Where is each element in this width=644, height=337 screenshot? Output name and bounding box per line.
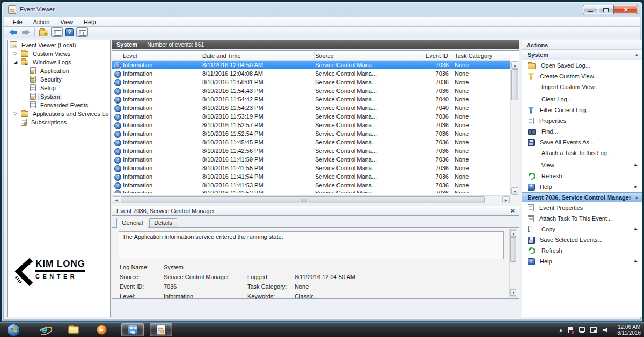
tree-item-subscriptions[interactable]: Subscriptions xyxy=(8,118,110,126)
scroll-up-icon[interactable]: ▲ xyxy=(511,61,518,69)
minimize-button[interactable] xyxy=(583,5,598,14)
action-refresh[interactable]: Refresh xyxy=(522,245,642,256)
action-properties[interactable]: Properties xyxy=(522,115,642,126)
table-row[interactable]: Information8/10/2016 11:41:59 PMService … xyxy=(112,155,510,164)
action-pane-icon[interactable] xyxy=(76,27,88,37)
action-create-custom-view[interactable]: Create Custom View... xyxy=(522,71,642,82)
preview-scroll-up-icon[interactable]: ▲ xyxy=(510,230,516,237)
column-header-task-category[interactable]: Task Category xyxy=(450,51,501,60)
taskbar-button-event-viewer[interactable] xyxy=(150,323,172,336)
horizontal-scroll-thumb[interactable] xyxy=(121,196,485,203)
table-row[interactable]: Information8/10/2016 11:53:19 PMService … xyxy=(112,112,510,121)
action-center-icon[interactable] xyxy=(568,327,573,333)
column-header-source[interactable]: Source xyxy=(315,51,422,60)
scroll-down-icon[interactable]: ▼ xyxy=(511,187,518,195)
back-icon[interactable] xyxy=(9,29,18,35)
event-description-box[interactable]: The Application Information service ente… xyxy=(119,231,504,259)
close-preview-icon[interactable] xyxy=(510,207,515,215)
preview-scrollbar[interactable]: ▲ ▼ xyxy=(509,229,517,297)
tree-expand-icon[interactable]: ▷ xyxy=(14,50,21,57)
open-saved-log-icon[interactable] xyxy=(39,30,48,36)
preview-scroll-thumb[interactable] xyxy=(510,237,516,262)
tree-expand-icon[interactable]: ▷ xyxy=(14,110,21,117)
scroll-right-icon[interactable]: ▶ xyxy=(502,196,510,203)
action-save-selected-events[interactable]: Save Selected Events... xyxy=(522,235,642,245)
expand-icon[interactable] xyxy=(560,328,562,332)
preview-scroll-down-icon[interactable]: ▼ xyxy=(510,289,516,296)
action-help[interactable]: Help xyxy=(522,181,642,192)
table-row[interactable]: Information8/10/2016 11:52:57 PMService … xyxy=(112,121,510,129)
table-row[interactable]: Information8/10/2016 11:54:42 PMService … xyxy=(112,95,510,104)
action-find[interactable]: Find... xyxy=(522,126,642,137)
title-bar[interactable]: Event Viewer xyxy=(2,2,642,17)
field-value: 7036 xyxy=(164,283,177,290)
action-view[interactable]: View xyxy=(522,160,642,171)
table-row[interactable]: Information8/10/2016 11:52:54 PMService … xyxy=(112,129,510,138)
action-import-custom-view[interactable]: Import Custom View... xyxy=(522,82,642,92)
action-refresh[interactable]: Refresh xyxy=(522,171,642,181)
taskbar-button-media-player[interactable] xyxy=(90,323,113,336)
table-row[interactable]: Information8/10/2016 11:58:01 PMService … xyxy=(112,78,510,86)
tree-item-application[interactable]: Application xyxy=(8,67,110,75)
menu-action[interactable]: Action xyxy=(29,18,54,26)
column-header-level[interactable]: Level xyxy=(114,51,202,60)
help-icon[interactable] xyxy=(65,28,74,36)
action-filter-current-log[interactable]: Filter Current Log... xyxy=(522,105,642,115)
table-row[interactable]: Information8/10/2016 11:41:52 PMService … xyxy=(112,189,510,193)
tree-item-windows-logs[interactable]: ◢Windows Logs xyxy=(8,58,110,66)
table-row[interactable]: Information8/10/2016 11:45:45 PMService … xyxy=(112,138,510,146)
taskbar-button-control-panel[interactable] xyxy=(121,323,144,336)
collapse-icon[interactable] xyxy=(635,53,638,57)
tree-item-custom-views[interactable]: ▷Custom Views xyxy=(8,49,110,57)
table-row[interactable]: Information8/10/2016 11:54:43 PMService … xyxy=(112,86,510,95)
tree-item-setup[interactable]: Setup xyxy=(8,84,110,92)
table-row[interactable]: Information8/11/2016 12:04:50 AMService … xyxy=(112,61,510,69)
menu-view[interactable]: View xyxy=(56,18,77,26)
taskbar-button-windows-explorer[interactable] xyxy=(62,323,85,336)
menu-file[interactable]: File xyxy=(9,18,27,26)
tree-item-event-viewer-local[interactable]: Event Viewer (Local) xyxy=(8,41,110,49)
taskbar-clock[interactable]: 12:06 AM 8/11/2016 xyxy=(617,324,641,336)
volume-icon[interactable] xyxy=(603,327,610,333)
tree-item-forwarded-events[interactable]: Forwarded Events xyxy=(8,101,110,109)
taskbar-button-start[interactable] xyxy=(2,323,25,336)
action-attach-a-task-to-this-log[interactable]: Attach a Task To this Log... xyxy=(522,148,642,158)
tab-details[interactable]: Details xyxy=(149,218,177,227)
taskbar-button-internet-explorer[interactable] xyxy=(33,323,56,336)
table-row[interactable]: Information8/10/2016 11:42:56 PMService … xyxy=(112,146,510,155)
action-save-all-events-as[interactable]: Save All Events As... xyxy=(522,137,642,148)
maximize-button[interactable] xyxy=(598,5,614,14)
vertical-scrollbar[interactable]: ▲ ▼ xyxy=(510,61,519,195)
table-row[interactable]: Information8/10/2016 11:41:53 PMService … xyxy=(112,181,510,189)
collapse-icon[interactable] xyxy=(635,195,638,200)
action-clear-log[interactable]: Clear Log... xyxy=(522,94,642,105)
table-row[interactable]: Information8/10/2016 11:41:55 PMService … xyxy=(112,164,510,172)
action-open-saved-log[interactable]: Open Saved Log... xyxy=(522,60,642,71)
action-attach-task-to-this-event[interactable]: Attach Task To This Event... xyxy=(522,213,642,224)
table-row[interactable]: Information8/10/2016 11:41:54 PMService … xyxy=(112,172,510,181)
actions-section-header[interactable]: System xyxy=(522,50,642,60)
tree-item-security[interactable]: Security xyxy=(8,75,110,83)
table-row[interactable]: Information8/11/2016 12:04:08 AMService … xyxy=(112,69,510,78)
scroll-left-icon[interactable]: ◀ xyxy=(113,196,120,203)
tree-expand-icon[interactable]: ◢ xyxy=(14,58,21,65)
action-help[interactable]: Help xyxy=(522,256,642,267)
vertical-scroll-thumb[interactable] xyxy=(511,69,518,100)
network-icon[interactable] xyxy=(590,327,597,333)
column-header-date-and-time[interactable]: Date and Time xyxy=(202,51,315,60)
table-row[interactable]: Information8/10/2016 11:54:23 PMService … xyxy=(112,104,510,112)
menu-help[interactable]: Help xyxy=(79,18,100,26)
tree-item-system[interactable]: System xyxy=(8,92,110,100)
tree-item-applications-and-services-lo[interactable]: ▷Applications and Services Lo xyxy=(8,109,110,118)
action-copy[interactable]: Copy xyxy=(522,224,642,235)
console-tree-icon[interactable] xyxy=(51,27,63,37)
computer-icon[interactable] xyxy=(579,327,585,332)
action-event-properties[interactable]: Event Properties xyxy=(522,202,642,213)
column-header-event-id[interactable]: Event ID xyxy=(422,51,450,60)
horizontal-scrollbar[interactable]: ◀ ▶ xyxy=(112,195,510,204)
tab-general[interactable]: General xyxy=(116,218,148,228)
actions-section-header[interactable]: Event 7036, Service Control Manager xyxy=(522,192,642,202)
close-button[interactable] xyxy=(614,5,638,14)
information-icon xyxy=(114,131,121,138)
forward-icon[interactable] xyxy=(21,29,30,35)
